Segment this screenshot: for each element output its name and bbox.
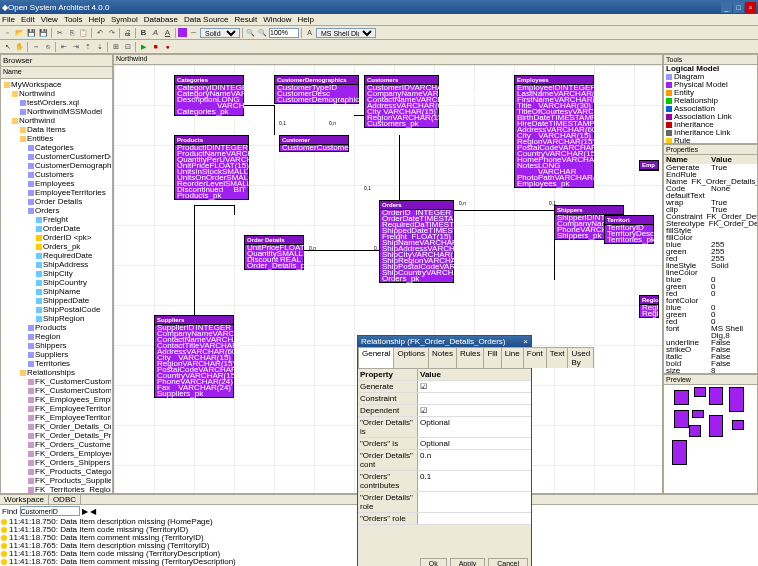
tree-node[interactable]: Customers — [2, 170, 111, 179]
ws-tab-workspace[interactable]: Workspace — [0, 495, 49, 504]
menu-help[interactable]: Help — [89, 15, 105, 24]
dialog-tab-rules[interactable]: Rules — [456, 347, 484, 368]
menu-symbol[interactable]: Symbol — [111, 15, 138, 24]
dialog-property-row[interactable]: "Order Details" role — [358, 492, 531, 513]
tree-node[interactable]: Territories — [2, 359, 111, 368]
tree-node[interactable]: FK_Orders_Customers — [2, 440, 111, 449]
tree-node[interactable]: FK_EmployeeTerritories_Territories — [2, 413, 111, 422]
dialog-property-row[interactable]: "Orders" isOptional — [358, 438, 531, 450]
entity-categories[interactable]: CategoriesCategoryIDINTEGERCategoryNameV… — [174, 75, 244, 116]
tree-node[interactable]: Northwind — [2, 89, 111, 98]
entity-employees[interactable]: EmployeesEmployeeIDINTEGERLastNameVARCHA… — [514, 75, 594, 188]
connect-icon[interactable]: ⎓ — [30, 41, 41, 52]
tree-node[interactable]: Employees — [2, 179, 111, 188]
undo-icon[interactable]: ↶ — [94, 27, 105, 38]
tree-node[interactable]: FK_CustomerCustomerDemo — [2, 377, 111, 386]
dialog-property-row[interactable]: Constraint — [358, 393, 531, 405]
copy-icon[interactable]: ⎘ — [66, 27, 77, 38]
zoom-input[interactable] — [269, 28, 299, 38]
menu-database[interactable]: Database — [144, 15, 178, 24]
tree-node[interactable]: FK_Employees_Employees — [2, 395, 111, 404]
tree-node[interactable]: FK_Orders_Employees — [2, 449, 111, 458]
zoom-in-icon[interactable]: 🔍 — [245, 27, 256, 38]
cut-icon[interactable]: ✂ — [54, 27, 65, 38]
menu-file[interactable]: File — [2, 15, 15, 24]
property-row[interactable]: fontMS Shell Dlg,8 — [664, 325, 757, 339]
tree-node[interactable]: FK_Territories_Region — [2, 485, 111, 494]
menu-help[interactable]: Help — [298, 15, 314, 24]
run-icon[interactable]: ▶ — [138, 41, 149, 52]
tree-node[interactable]: FK_Orders_Shippers — [2, 458, 111, 467]
disconnect-icon[interactable]: ⎋ — [42, 41, 53, 52]
tree-node[interactable]: ShipAddress — [2, 260, 111, 269]
linestyle-select[interactable]: Solid — [200, 28, 240, 38]
tree-node[interactable]: Shippers — [2, 341, 111, 350]
pointer-icon[interactable]: ↖ — [2, 41, 13, 52]
entity-products[interactable]: ProductsProductIDINTEGERProductNameVARCH… — [174, 135, 249, 200]
dialog-tab-used by[interactable]: Used By — [567, 347, 594, 368]
entity-emp[interactable]: Emp — [639, 160, 659, 171]
tree-node[interactable]: FK_Products_Suppliers — [2, 476, 111, 485]
tree-node[interactable]: EmployeeTerritories — [2, 188, 111, 197]
open-icon[interactable]: 📂 — [14, 27, 25, 38]
menu-tools[interactable]: Tools — [64, 15, 83, 24]
tree-node[interactable]: Orders_pk — [2, 242, 111, 251]
fill-icon[interactable] — [178, 28, 187, 37]
dialog-property-row[interactable]: "Order Details" isOptional — [358, 417, 531, 438]
minimize-button[interactable]: _ — [721, 2, 732, 13]
canvas-tab[interactable]: Northwind — [114, 55, 662, 65]
entity-suppliers[interactable]: SuppliersSupplierIDINTEGERCompanyNameVAR… — [154, 315, 234, 398]
tree-node[interactable]: CustomerCustomerDemo — [2, 152, 111, 161]
zoom-out-icon[interactable]: 🔍 — [257, 27, 268, 38]
ws-tab-odbc[interactable]: ODBC — [49, 495, 81, 504]
line-icon[interactable]: ─ — [188, 27, 199, 38]
tree-node[interactable]: Data Items — [2, 125, 111, 134]
save-icon[interactable]: 💾 — [26, 27, 37, 38]
tree-node[interactable]: MyWorkspace — [2, 80, 111, 89]
dialog-property-row[interactable]: "Order Details" cont0.n — [358, 450, 531, 471]
tree-node[interactable]: Order Details — [2, 197, 111, 206]
dialog-tab-fill[interactable]: Fill — [483, 347, 501, 368]
bold-icon[interactable]: B — [138, 27, 149, 38]
font-icon[interactable]: A — [304, 27, 315, 38]
close-button[interactable]: × — [745, 2, 756, 13]
entity-region[interactable]: RegionRegionIDRegionDesc — [639, 295, 659, 318]
align-right-icon[interactable]: ⇥ — [70, 41, 81, 52]
entity-territori[interactable]: TerritoriTerritoryIDTerritoryDescTerrito… — [604, 215, 654, 244]
tree-node[interactable]: ShippedDate — [2, 296, 111, 305]
maximize-button[interactable]: □ — [733, 2, 744, 13]
font-select[interactable]: MS Shell Dlg — [316, 28, 376, 38]
menu-window[interactable]: Window — [263, 15, 291, 24]
align-top-icon[interactable]: ⇡ — [82, 41, 93, 52]
grid-icon[interactable]: ⊞ — [110, 41, 121, 52]
find-prev-icon[interactable]: ◀ — [90, 507, 96, 516]
dialog-tab-text[interactable]: Text — [546, 347, 569, 368]
tree-node[interactable]: FK_Order_Details_Orders — [2, 422, 111, 431]
tree-node[interactable]: ShipName — [2, 287, 111, 296]
tree-node[interactable]: Relationships — [2, 368, 111, 377]
tree-node[interactable]: FK_EmployeeTerritories_Employees — [2, 404, 111, 413]
new-icon[interactable]: ▫ — [2, 27, 13, 38]
tree-node[interactable]: Freight — [2, 215, 111, 224]
entity-order-details[interactable]: Order DetailsUnitPriceFLOAT(15)QuantityS… — [244, 235, 304, 270]
tree-node[interactable]: NorthwindMSSModel — [2, 107, 111, 116]
menu-view[interactable]: View — [41, 15, 58, 24]
dialog-close-icon[interactable]: × — [523, 337, 528, 346]
record-icon[interactable]: ● — [162, 41, 173, 52]
menu-edit[interactable]: Edit — [21, 15, 35, 24]
cancel-button[interactable]: Cancel — [488, 558, 528, 566]
browser-tree[interactable]: MyWorkspaceNorthwindtest\Orders.xqlNorth… — [1, 79, 112, 494]
tree-node[interactable]: Categories — [2, 143, 111, 152]
underline-icon[interactable]: A — [162, 27, 173, 38]
tree-node[interactable]: FK_Order_Details_Products — [2, 431, 111, 440]
tree-node[interactable]: Suppliers — [2, 350, 111, 359]
save-all-icon[interactable]: 💾 — [38, 27, 49, 38]
tree-node[interactable]: ShipRegion — [2, 314, 111, 323]
dialog-property-row[interactable]: Dependent☑ — [358, 405, 531, 417]
tree-node[interactable]: ShipPostalCode — [2, 305, 111, 314]
dialog-property-row[interactable]: "Orders" role — [358, 513, 531, 525]
dialog-property-row[interactable]: "Orders" contributes0.1 — [358, 471, 531, 492]
ok-button[interactable]: Ok — [420, 558, 447, 566]
italic-icon[interactable]: A — [150, 27, 161, 38]
dialog-tab-line[interactable]: Line — [501, 347, 524, 368]
